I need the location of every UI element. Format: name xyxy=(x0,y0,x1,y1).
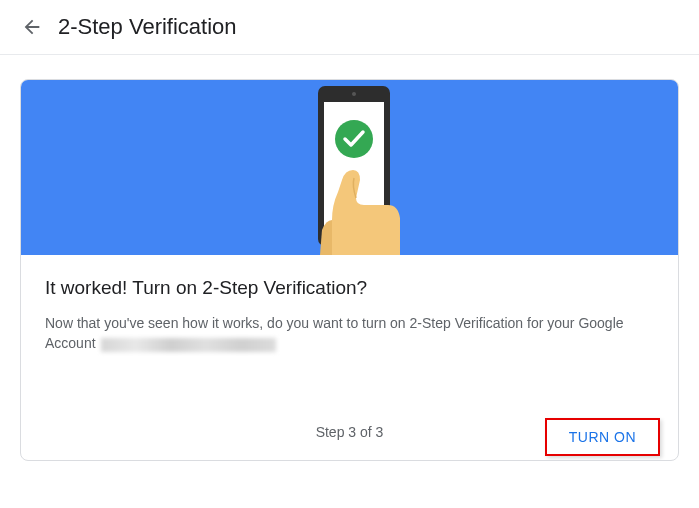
account-email-redacted xyxy=(101,338,276,352)
phone-hand-illustration xyxy=(260,80,440,255)
hero-banner xyxy=(21,80,678,255)
page-title: 2-Step Verification xyxy=(58,14,237,40)
card-description: Now that you've seen how it works, do yo… xyxy=(45,313,654,354)
verification-card: It worked! Turn on 2-Step Verification? … xyxy=(20,79,679,461)
step-indicator: Step 3 of 3 xyxy=(316,424,384,440)
svg-point-3 xyxy=(335,120,373,158)
page-header: 2-Step Verification xyxy=(0,0,699,55)
card-footer: Step 3 of 3 TURN ON xyxy=(21,400,678,460)
back-arrow-icon[interactable] xyxy=(20,15,44,39)
card-body: It worked! Turn on 2-Step Verification? … xyxy=(21,255,678,380)
svg-point-2 xyxy=(352,92,356,96)
card-title: It worked! Turn on 2-Step Verification? xyxy=(45,277,654,299)
turn-on-button[interactable]: TURN ON xyxy=(545,418,660,456)
